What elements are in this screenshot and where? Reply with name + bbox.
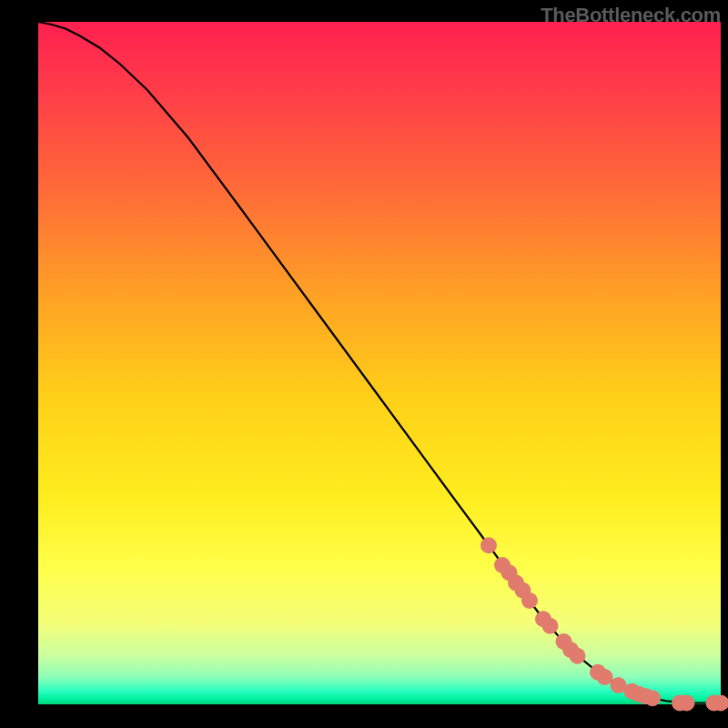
scatter-point: [521, 592, 538, 609]
plot-area: [38, 22, 721, 704]
scatter-point: [597, 669, 613, 685]
chart-overlay: [38, 22, 721, 704]
scatter-point: [480, 537, 497, 553]
scatter-point: [570, 648, 586, 664]
watermark-text: TheBottleneck.com: [541, 4, 721, 27]
main-curve: [38, 22, 721, 703]
scatter-points: [480, 537, 728, 711]
scatter-point: [679, 695, 695, 712]
chart-frame: TheBottleneck.com: [0, 0, 728, 728]
scatter-point: [542, 618, 559, 634]
scatter-point: [644, 690, 661, 706]
